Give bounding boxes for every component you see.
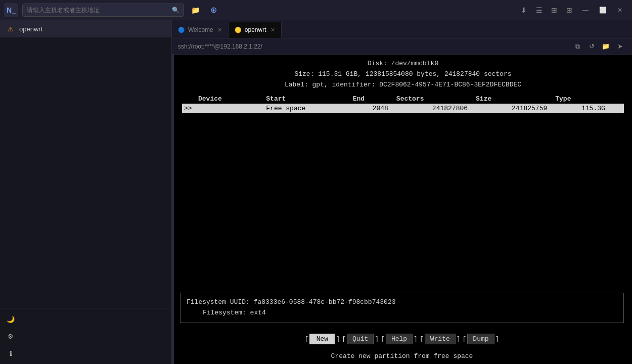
ssh-connection-text: ssh://root:****@192.168.2.1:22/ — [178, 43, 262, 50]
ssh-bar: ssh://root:****@192.168.2.1:22/ ⧉ ↺ 📁 ➤ — [172, 38, 632, 55]
window-controls: ⬇ ☰ ⊞ ⊞ — ⬜ ✕ — [517, 3, 628, 17]
menu-bar: [ New ] [ Quit ] [ Help ] [ Write ] — [172, 327, 632, 352]
content-area: 🔵 Welcome ✕ 🟡 openwrt ✕ ssh://root:****@… — [172, 20, 632, 364]
disk-header: Disk: /dev/mmcblk0 Size: 115.31 GiB, 123… — [182, 59, 624, 90]
ssh-bar-actions: ⧉ ↺ 📁 ➤ — [571, 40, 626, 53]
col-size: Size — [472, 94, 551, 104]
bracket-open-quit: [ — [342, 335, 346, 343]
info-line1: Filesystem UUID: fa8333e6-0588-478c-bb72… — [187, 297, 617, 308]
info-box: Filesystem UUID: fa8333e6-0588-478c-bb72… — [180, 293, 624, 323]
resize-handle[interactable] — [172, 55, 174, 364]
disk-header-line2: Size: 115.31 GiB, 123815854080 bytes, 24… — [182, 69, 624, 80]
minimize-button[interactable]: — — [577, 3, 594, 17]
download-icon-btn[interactable]: ⬇ — [517, 3, 531, 17]
bracket-close-quit: ] — [375, 335, 379, 343]
maximize-button[interactable]: ⬜ — [595, 3, 611, 17]
disk-header-line3: Label: gpt, identifier: DC2F8062-4957-4E… — [182, 80, 624, 90]
col-start: Start — [262, 94, 348, 104]
close-button[interactable]: ✕ — [612, 3, 628, 17]
menu-item-help: [ Help ] — [381, 334, 418, 344]
menu-quit-btn[interactable]: Quit — [347, 334, 374, 344]
tab-openwrt-close[interactable]: ✕ — [270, 27, 275, 33]
tab-welcome-label: Welcome — [188, 26, 213, 33]
status-bar: Create new partition from free space — [172, 352, 632, 364]
menu-item-dump: [ Dump ] — [463, 334, 500, 344]
menu-new-btn[interactable]: New — [309, 334, 335, 344]
row-device: Free space — [262, 104, 348, 113]
sidebar-item-moon[interactable]: 🌙 — [0, 310, 171, 328]
add-connection-btn[interactable]: ⊕ — [206, 3, 220, 17]
row-end: 241827806 — [392, 104, 472, 113]
bracket-close-help: ] — [414, 335, 418, 343]
folder-btn[interactable]: 📁 — [600, 40, 612, 53]
menu-write-btn[interactable]: Write — [425, 334, 456, 344]
refresh-btn[interactable]: ↺ — [585, 40, 598, 53]
sidebar: ⚠ openwrt 🌙 ⚙ ℹ — [0, 20, 172, 364]
menu-dump-btn[interactable]: Dump — [467, 334, 494, 344]
terminal-icon-btn[interactable]: ⊞ — [547, 3, 561, 17]
titlebar: N_ 🔍 📁 ⊕ ⬇ ☰ ⊞ ⊞ — ⬜ ✕ — [0, 0, 632, 20]
moon-icon: 🌙 — [6, 314, 15, 324]
col-device: Device — [182, 94, 262, 104]
row-marker: >> — [182, 104, 262, 113]
row-size: 115.3G — [551, 104, 609, 113]
tab-openwrt-icon: 🟡 — [235, 27, 242, 33]
bracket-close-write: ] — [457, 335, 461, 343]
status-text: Create new partition from free space — [331, 352, 473, 360]
menu-item-new: [ New ] — [305, 334, 340, 344]
terminal-body[interactable]: Disk: /dev/mmcblk0 Size: 115.31 GiB, 123… — [172, 55, 632, 364]
disk-header-line1: Disk: /dev/mmcblk0 — [182, 59, 624, 69]
tabs-bar: 🔵 Welcome ✕ 🟡 openwrt ✕ — [172, 20, 632, 38]
tab-welcome-close[interactable]: ✕ — [217, 27, 222, 33]
menu-item-quit: [ Quit ] — [342, 334, 379, 344]
grid-icon-btn[interactable]: ⊞ — [562, 3, 576, 17]
table-row: >> Free space 2048 241827806 241825759 1… — [182, 104, 624, 113]
tab-openwrt[interactable]: 🟡 openwrt ✕ — [229, 22, 282, 38]
sidebar-item-info[interactable]: ℹ — [0, 345, 171, 362]
sidebar-bottom: 🌙 ⚙ ℹ — [0, 308, 171, 364]
bracket-open-dump: [ — [463, 335, 467, 343]
col-sectors: Sectors — [392, 94, 472, 104]
tab-welcome[interactable]: 🔵 Welcome ✕ — [172, 22, 229, 38]
bracket-open-write: [ — [420, 335, 424, 343]
app-logo: N_ — [4, 3, 18, 17]
address-bar[interactable]: 🔍 — [22, 4, 184, 17]
bracket-open-help: [ — [381, 335, 385, 343]
main-layout: ⚠ openwrt 🌙 ⚙ ℹ 🔵 Welcome ✕ 🟡 — [0, 20, 632, 364]
address-input[interactable] — [27, 7, 170, 14]
layout-icon-btn[interactable]: ☰ — [532, 3, 546, 17]
menu-help-btn[interactable]: Help — [386, 334, 413, 344]
folder-icon-btn[interactable]: 📁 — [188, 3, 202, 17]
warning-icon: ⚠ — [6, 24, 15, 33]
tab-openwrt-label: openwrt — [245, 26, 266, 33]
sidebar-item-label: openwrt — [19, 25, 42, 33]
bracket-open-new: [ — [305, 335, 309, 343]
gear-icon: ⚙ — [6, 332, 15, 341]
terminal-upper: Disk: /dev/mmcblk0 Size: 115.31 GiB, 123… — [172, 55, 632, 293]
bracket-close-new: ] — [336, 335, 340, 343]
partition-table: Device Start End Sectors Size Type >> Fr… — [182, 94, 624, 113]
col-end: End — [349, 94, 392, 104]
send-btn[interactable]: ➤ — [614, 40, 626, 53]
menu-item-write: [ Write ] — [420, 334, 461, 344]
bracket-close-dump: ] — [495, 335, 500, 343]
info-line2: Filesystem: ext4 — [187, 308, 617, 318]
info-icon: ℹ — [6, 349, 15, 358]
sidebar-item-settings[interactable]: ⚙ — [0, 328, 171, 345]
tab-welcome-icon: 🔵 — [178, 27, 185, 33]
col-type: Type — [551, 94, 609, 104]
row-type — [609, 104, 624, 113]
row-sectors: 241825759 — [472, 104, 551, 113]
row-start: 2048 — [349, 104, 392, 113]
search-icon[interactable]: 🔍 — [172, 7, 179, 14]
sidebar-item-openwrt[interactable]: ⚠ openwrt — [0, 20, 171, 37]
copy-btn[interactable]: ⧉ — [571, 40, 583, 53]
